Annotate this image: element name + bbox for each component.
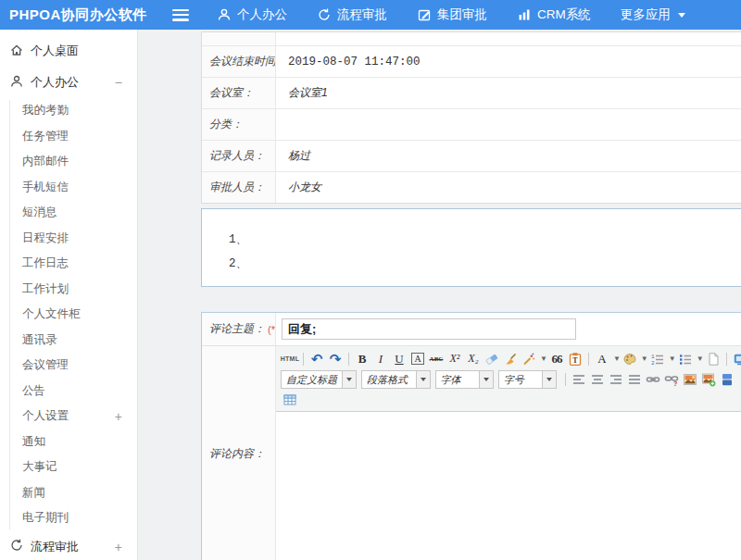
chevron-down-icon[interactable]: ▼: [669, 355, 676, 363]
toolbar-separator: [565, 373, 566, 386]
eraser-icon[interactable]: [483, 351, 501, 367]
paragraph-format-dropdown[interactable]: 段落格式: [361, 370, 431, 389]
sidebar-item-workflow-approval[interactable]: 流程审批 +: [0, 531, 137, 560]
nav-label: 集团审批: [437, 6, 487, 23]
nav-label: 更多应用: [621, 6, 671, 23]
chevron-down-icon[interactable]: ▼: [613, 355, 621, 363]
sidebar-item-short-message[interactable]: 短消息: [0, 200, 137, 226]
comment-subject-input[interactable]: [282, 318, 576, 340]
highlight-palette-icon[interactable]: [621, 351, 639, 367]
svg-text:2: 2: [651, 359, 655, 366]
sidebar-item-label: 个人桌面: [31, 43, 79, 59]
sidebar-item-personal-office[interactable]: 个人办公 −: [0, 67, 137, 98]
sidebar-item-work-log[interactable]: 工作日志: [0, 251, 137, 277]
insert-link-icon[interactable]: [644, 371, 662, 388]
chevron-down-icon[interactable]: ▼: [697, 355, 704, 363]
new-page-icon[interactable]: [704, 351, 722, 367]
sidebar-item-notice[interactable]: 通知: [0, 429, 137, 455]
field-value: 杨过: [276, 141, 741, 171]
fullscreen-monitor-icon[interactable]: [731, 351, 741, 367]
format-brush-icon[interactable]: [501, 351, 520, 367]
sidebar-item-task-management[interactable]: 任务管理: [0, 124, 137, 150]
toolbar-separator: [303, 353, 304, 366]
field-value: 小龙女: [276, 172, 741, 203]
nav-workflow-approval[interactable]: 流程审批: [317, 6, 387, 23]
bold-button[interactable]: B: [353, 351, 371, 367]
chevron-down-icon: [678, 13, 685, 18]
subscript-button[interactable]: X₂: [464, 351, 483, 367]
insert-table-icon[interactable]: [281, 392, 299, 408]
sidebar-item-major-events[interactable]: 大事记: [0, 454, 137, 480]
chevron-down-icon: [342, 371, 356, 388]
comment-subject-label: 评论主题： (*): [202, 313, 276, 345]
sidebar-item-personal-files[interactable]: 个人文件柜: [0, 302, 137, 328]
font-size-dropdown[interactable]: 字号: [498, 370, 557, 389]
svg-text:?: ?: [673, 380, 677, 387]
chevron-down-icon: [542, 371, 556, 388]
edit-square-icon: [417, 7, 432, 22]
sidebar-item-personal-desktop[interactable]: 个人桌面: [0, 35, 137, 67]
sidebar-item-meeting-management[interactable]: 会议管理: [0, 353, 137, 379]
font-style-box-button[interactable]: A: [408, 351, 427, 367]
required-mark: (*): [268, 324, 276, 335]
nav-personal-office[interactable]: 个人办公: [217, 6, 287, 23]
align-left-icon[interactable]: [570, 371, 588, 388]
editor-toolbar-row-3: [281, 391, 736, 409]
expand-plus-icon[interactable]: +: [115, 410, 122, 423]
field-label: 会议室：: [202, 78, 276, 108]
insert-image-icon[interactable]: [681, 371, 699, 388]
chevron-down-icon[interactable]: ▼: [641, 355, 648, 363]
comment-content-editable-area[interactable]: [276, 412, 741, 560]
unlink-icon[interactable]: ?: [662, 371, 681, 388]
nav-crm-system[interactable]: CRM系统: [517, 6, 591, 23]
font-family-dropdown[interactable]: 字体: [435, 370, 494, 389]
upload-image-icon[interactable]: [699, 371, 718, 388]
undo-button[interactable]: ↶: [308, 351, 326, 367]
sidebar-item-personal-settings[interactable]: 个人设置 +: [0, 404, 137, 429]
sidebar-item-contacts[interactable]: 通讯录: [0, 328, 137, 354]
align-right-icon[interactable]: [607, 371, 625, 388]
bullet-list-icon[interactable]: [676, 351, 695, 367]
nav-more-apps[interactable]: 更多应用: [621, 6, 685, 23]
font-color-button[interactable]: A: [593, 351, 611, 367]
superscript-button[interactable]: X²: [446, 351, 464, 367]
table-row-meeting-room: 会议室： 会议室1: [202, 77, 741, 108]
collapse-minus-icon[interactable]: −: [115, 76, 122, 89]
sidebar-submenu: 我的考勤 任务管理 内部邮件 手机短信 短消息 日程安排 工作日志 工作计划 个…: [0, 98, 137, 531]
editor-toolbar: HTML ↶ ↷ B I U A ABC X² X₂: [276, 346, 741, 412]
sidebar-item-my-attendance[interactable]: 我的考勤: [0, 98, 137, 124]
sidebar-item-e-journal[interactable]: 电子期刊: [0, 505, 137, 531]
strikethrough-button[interactable]: ABC: [427, 351, 446, 367]
blockquote-button[interactable]: 66: [547, 351, 566, 367]
sidebar-item-internal-mail[interactable]: 内部邮件: [0, 149, 137, 175]
align-center-icon[interactable]: [588, 371, 607, 388]
paste-plain-text-icon[interactable]: T: [566, 351, 584, 367]
italic-button[interactable]: I: [371, 351, 390, 367]
insert-media-icon[interactable]: [718, 371, 736, 388]
nav-label: 个人办公: [237, 6, 287, 23]
hamburger-menu-icon[interactable]: [172, 9, 189, 21]
sidebar-item-work-plan[interactable]: 工作计划: [0, 277, 137, 303]
nav-label: CRM系统: [537, 6, 591, 23]
chevron-down-icon: [416, 371, 430, 388]
sidebar-item-schedule[interactable]: 日程安排: [0, 226, 137, 252]
table-row-category: 分类：: [202, 108, 741, 140]
user-icon: [217, 7, 232, 22]
sidebar-item-announcement[interactable]: 公告: [0, 379, 137, 404]
ordered-list-icon[interactable]: 12: [648, 351, 667, 367]
html-source-button[interactable]: HTML: [281, 351, 299, 367]
minutes-line: 1、: [229, 228, 741, 252]
nav-group-approval[interactable]: 集团审批: [417, 6, 487, 23]
heading-style-dropdown[interactable]: 自定义标题: [281, 370, 357, 389]
underline-button[interactable]: U: [390, 351, 408, 367]
chevron-down-icon[interactable]: ▼: [540, 355, 547, 363]
sidebar-item-news[interactable]: 新闻: [0, 480, 137, 506]
justify-icon[interactable]: [625, 371, 644, 388]
field-label: 审批人员：: [202, 172, 276, 203]
sidebar-item-sms[interactable]: 手机短信: [0, 175, 137, 201]
sidebar-item-label: 流程审批: [31, 539, 79, 555]
redo-button[interactable]: ↷: [326, 351, 345, 367]
comment-subject-row: 评论主题： (*): [202, 313, 741, 346]
expand-plus-icon[interactable]: +: [115, 541, 122, 554]
auto-format-wand-icon[interactable]: [520, 351, 538, 367]
